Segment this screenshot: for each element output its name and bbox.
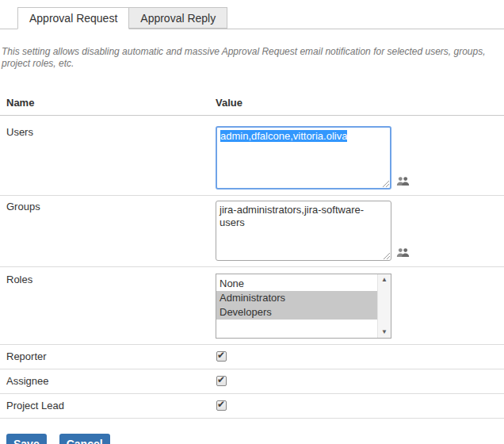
reporter-checkbox[interactable] [216, 351, 227, 362]
roles-scrollbar[interactable]: ▲ ▼ [377, 274, 391, 338]
tab-approval-reply[interactable]: Approval Reply [128, 7, 227, 29]
groups-textarea[interactable]: jira-administrators,jira-software-users [216, 201, 391, 261]
roles-option-developers[interactable]: Developers [216, 305, 377, 320]
assignee-label: Assignee [0, 375, 216, 387]
user-group-icon[interactable] [396, 247, 410, 260]
assignee-checkbox[interactable] [216, 376, 227, 386]
save-button[interactable]: Save [6, 434, 47, 444]
roles-options: None Administrators Developers [216, 274, 377, 338]
roles-label: Roles [0, 274, 216, 339]
tab-bar: Approval Request Approval Reply [0, 7, 504, 29]
roles-listbox[interactable]: None Administrators Developers ▲ ▼ [216, 274, 391, 339]
users-label: Users [0, 126, 216, 189]
table-row-project-lead: Project Lead [0, 394, 504, 419]
resize-grip-icon[interactable] [382, 251, 390, 259]
scroll-up-icon[interactable]: ▲ [381, 277, 388, 283]
resize-grip-icon[interactable] [381, 179, 389, 187]
form-actions: Save Cancel [0, 434, 504, 444]
groups-label: Groups [0, 201, 216, 261]
setting-description: This setting allows disabling automatic … [2, 46, 498, 70]
project-lead-label: Project Lead [0, 400, 216, 411]
roles-option-none[interactable]: None [216, 277, 377, 291]
groups-textarea-text: jira-administrators,jira-software-users [220, 204, 364, 228]
user-group-icon[interactable] [396, 176, 410, 189]
roles-option-administrators[interactable]: Administrators [216, 291, 377, 305]
cancel-button[interactable]: Cancel [59, 434, 110, 444]
table-row-assignee: Assignee [0, 369, 504, 394]
table-row-users: Users admin,dfalcone,vittoria.oliva [0, 116, 504, 196]
table-header: Name Value [0, 97, 504, 116]
header-value: Value [216, 97, 504, 109]
tab-approval-request[interactable]: Approval Request [17, 7, 129, 29]
header-name: Name [0, 97, 216, 109]
users-textarea-selected-text: admin,dfalcone,vittoria.oliva [220, 130, 347, 142]
users-textarea[interactable]: admin,dfalcone,vittoria.oliva [216, 126, 391, 189]
project-lead-checkbox[interactable] [216, 400, 227, 411]
reporter-label: Reporter [0, 350, 216, 362]
table-row-reporter: Reporter [0, 345, 504, 369]
table-row-roles: Roles None Administrators Developers ▲ ▼ [0, 267, 504, 345]
table-row-groups: Groups jira-administrators,jira-software… [0, 196, 504, 267]
scroll-down-icon[interactable]: ▼ [381, 329, 388, 335]
